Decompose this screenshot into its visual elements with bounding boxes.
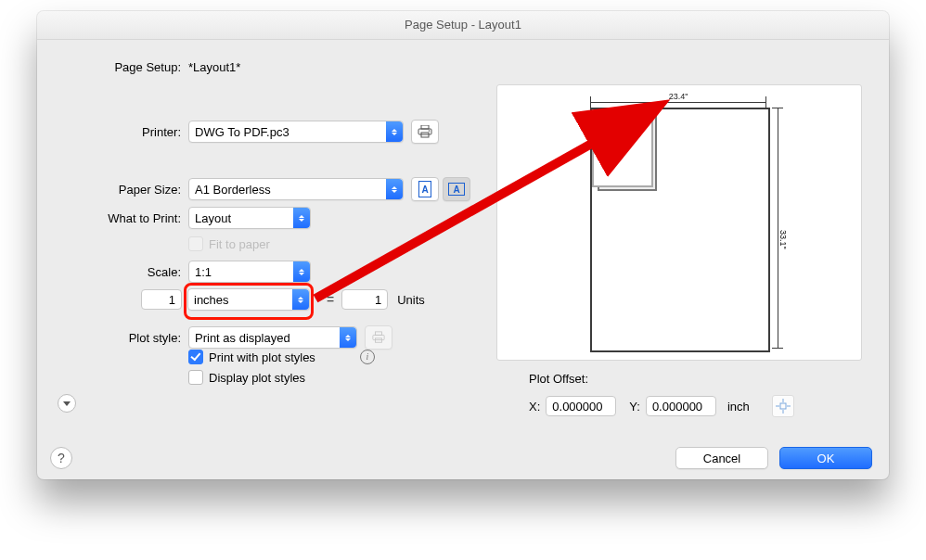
plot-offset-y-label: Y:: [629, 400, 640, 414]
what-to-print-label: What to Print:: [37, 211, 188, 225]
display-plot-styles-label: Display plot styles: [209, 371, 305, 385]
plot-style-settings-button: [365, 325, 392, 350]
page-setup-value: *Layout1*: [188, 60, 240, 74]
scale-label: Scale:: [37, 265, 188, 279]
equals-label: =: [323, 292, 338, 307]
display-plot-styles-checkbox[interactable]: [188, 370, 203, 385]
svg-rect-0: [421, 125, 429, 129]
chevron-updown-icon: [292, 289, 309, 310]
ok-button[interactable]: OK: [779, 447, 872, 469]
plot-offset-title: Plot Offset:: [529, 372, 863, 386]
svg-rect-5: [373, 335, 384, 339]
plot-offset-x-label: X:: [529, 400, 540, 414]
center-icon: [776, 399, 791, 414]
dimension-width: 23.4": [590, 95, 766, 106]
svg-rect-1: [418, 129, 431, 134]
scale-unit-select[interactable]: inches: [187, 288, 310, 311]
portrait-icon: A: [418, 181, 431, 197]
scale-unit-value: inches: [194, 293, 229, 307]
what-to-print-value: Layout: [195, 211, 231, 225]
scale-left-input[interactable]: 1: [141, 289, 182, 310]
landscape-icon: A: [448, 183, 465, 196]
orientation-landscape-button[interactable]: A: [443, 177, 470, 201]
cancel-button[interactable]: Cancel: [675, 447, 768, 469]
window-title: Page Setup - Layout1: [405, 18, 521, 32]
scale-value: 1:1: [195, 265, 212, 279]
chevron-updown-icon: [340, 327, 356, 348]
chevron-updown-icon: [386, 179, 403, 199]
svg-rect-7: [780, 403, 786, 409]
fit-to-paper-checkbox: [188, 236, 203, 251]
print-with-plot-styles-checkbox[interactable]: [188, 350, 203, 364]
dimension-width-label: 23.4": [663, 92, 693, 101]
printer-label: Printer:: [37, 125, 188, 139]
printer-icon: [372, 331, 385, 344]
plot-offset-section: Plot Offset: X: 0.000000 Y: 0.000000 inc…: [529, 372, 863, 417]
dialog-body: Page Setup: *Layout1* Printer: DWG To PD…: [37, 40, 889, 480]
left-panel: Page Setup: *Layout1* Printer: DWG To PD…: [37, 40, 492, 480]
scale-right-input[interactable]: 1: [341, 289, 388, 310]
fit-to-paper-label: Fit to paper: [209, 237, 270, 251]
chevron-updown-icon: [293, 261, 310, 282]
center-on-page-button[interactable]: [772, 395, 794, 417]
plot-style-select[interactable]: Print as displayed: [188, 326, 357, 349]
plot-offset-y-input[interactable]: 0.000000: [646, 396, 716, 416]
plot-style-label: Plot style:: [37, 331, 188, 345]
dimension-height-label: 33.1": [778, 228, 788, 251]
page-setup-label: Page Setup:: [37, 60, 188, 74]
orientation-portrait-button[interactable]: A: [411, 177, 439, 201]
chevron-updown-icon: [293, 208, 310, 228]
printer-select-value: DWG To PDF.pc3: [195, 125, 289, 139]
dimension-height: 33.1": [772, 108, 785, 349]
plot-offset-x-input[interactable]: 0.000000: [546, 396, 616, 416]
titlebar: Page Setup - Layout1: [37, 11, 889, 40]
help-button[interactable]: ?: [50, 447, 72, 469]
info-icon[interactable]: i: [360, 350, 375, 364]
page-setup-dialog: Page Setup - Layout1 Page Setup: *Layout…: [37, 11, 889, 479]
plot-style-value: Print as displayed: [195, 331, 290, 345]
chevron-updown-icon: [386, 121, 403, 142]
scale-select[interactable]: 1:1: [188, 261, 311, 283]
printer-select[interactable]: DWG To PDF.pc3: [188, 121, 404, 143]
what-to-print-select[interactable]: Layout: [188, 207, 311, 229]
svg-rect-4: [376, 332, 382, 336]
disclosure-button[interactable]: [58, 394, 76, 413]
paper-size-value: A1 Borderless: [195, 183, 271, 197]
drawing-area: [592, 109, 653, 187]
svg-point-3: [429, 130, 431, 132]
printer-properties-button[interactable]: [411, 120, 439, 144]
paper-preview: 23.4" 33.1": [496, 84, 862, 361]
paper-size-select[interactable]: A1 Borderless: [188, 178, 404, 200]
units-label: Units: [397, 293, 425, 307]
plot-offset-unit-label: inch: [727, 400, 750, 414]
paper-size-label: Paper Size:: [37, 183, 188, 197]
paper-outline: [590, 108, 770, 352]
print-with-plot-styles-label: Print with plot styles: [209, 350, 315, 364]
printer-icon: [418, 125, 432, 138]
